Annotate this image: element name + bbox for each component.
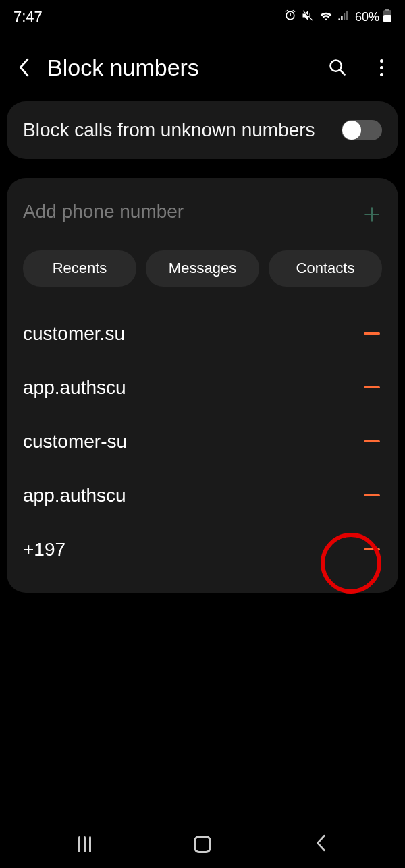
remove-button[interactable]: [362, 432, 382, 452]
search-button[interactable]: [324, 54, 351, 81]
mute-icon: [301, 9, 315, 26]
kebab-icon: [380, 59, 383, 76]
svg-rect-1: [383, 15, 392, 22]
remove-button[interactable]: [362, 486, 382, 506]
svg-rect-2: [385, 9, 389, 11]
back-button[interactable]: [14, 57, 34, 78]
chip-row: Recents Messages Contacts: [23, 250, 382, 287]
minus-icon: [364, 548, 380, 550]
list-item: customer-su: [23, 415, 382, 469]
block-unknown-label: Block calls from unknown numbers: [23, 117, 315, 143]
blocked-name: +197: [23, 539, 65, 560]
minus-icon: [364, 332, 380, 335]
minus-icon: [364, 494, 380, 496]
battery-icon: [383, 9, 392, 26]
alarm-icon: [284, 9, 297, 26]
remove-button[interactable]: [362, 378, 382, 398]
blocked-name: app.authscu: [23, 485, 126, 507]
chip-messages[interactable]: Messages: [146, 250, 259, 287]
block-unknown-card: Block calls from unknown numbers: [7, 101, 398, 159]
add-input-row: [23, 198, 382, 231]
toggle-knob: [342, 121, 361, 140]
app-header: Block numbers: [0, 34, 405, 94]
list-item: +197: [23, 523, 382, 577]
blocked-name: customer.su: [23, 323, 125, 345]
nav-back-button[interactable]: [315, 834, 327, 855]
page-title: Block numbers: [47, 55, 310, 81]
chip-recents[interactable]: Recents: [23, 250, 136, 287]
list-item: app.authscu: [23, 469, 382, 523]
list-item: app.authscu: [23, 361, 382, 415]
block-unknown-toggle[interactable]: [342, 120, 382, 140]
overflow-menu-button[interactable]: [371, 54, 392, 81]
signal-icon: [338, 9, 350, 25]
add-button[interactable]: [362, 204, 382, 225]
status-icons: 60%: [284, 8, 392, 26]
minus-icon: [364, 440, 380, 442]
nav-recents-button[interactable]: [78, 836, 91, 852]
chip-contacts[interactable]: Contacts: [269, 250, 382, 287]
wifi-icon: [319, 8, 333, 26]
block-list: customer.su app.authscu customer-su app.…: [23, 307, 382, 593]
remove-button[interactable]: [362, 324, 382, 344]
nav-home-button[interactable]: [194, 836, 211, 853]
nav-bar: [0, 821, 405, 868]
blocked-name: customer-su: [23, 431, 127, 453]
block-unknown-row[interactable]: Block calls from unknown numbers: [23, 117, 382, 143]
phone-input[interactable]: [23, 198, 348, 231]
add-number-card: Recents Messages Contacts customer.su ap…: [7, 178, 398, 593]
remove-button[interactable]: [362, 540, 382, 560]
minus-icon: [364, 386, 380, 388]
list-item: customer.su: [23, 307, 382, 361]
status-bar: 7:47 60%: [0, 0, 405, 34]
blocked-name: app.authscu: [23, 377, 126, 399]
battery-percent: 60%: [355, 10, 379, 24]
status-time: 7:47: [14, 8, 43, 26]
